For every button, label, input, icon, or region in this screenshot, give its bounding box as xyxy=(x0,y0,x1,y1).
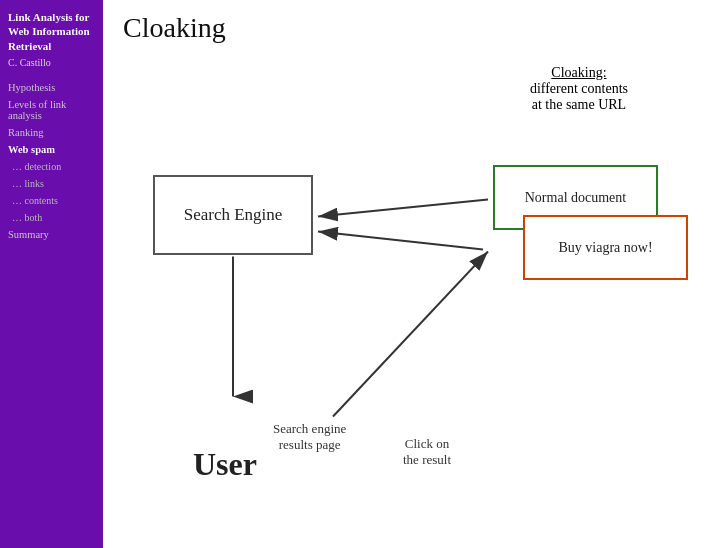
cloaking-line2: different contents xyxy=(530,81,628,96)
search-engine-label: Search Engine xyxy=(184,205,283,225)
normal-doc-label: Normal document xyxy=(525,190,626,206)
arrow-normdoc-to-se xyxy=(318,200,488,217)
cloaking-heading: Cloaking: xyxy=(551,65,606,80)
sidebar-item-levels[interactable]: Levels of link analysis xyxy=(8,99,95,121)
cloaking-line3: at the same URL xyxy=(532,97,626,112)
search-engine-box: Search Engine xyxy=(153,175,313,255)
sidebar-item-hypothesis[interactable]: Hypothesis xyxy=(8,82,95,93)
arrow-user-to-result xyxy=(333,252,488,417)
results-label: Search engine results page xyxy=(273,421,346,453)
sidebar-item-summary[interactable]: Summary xyxy=(8,229,95,240)
sidebar-item-contents[interactable]: … contents xyxy=(8,195,95,206)
page-title: Cloaking xyxy=(103,0,728,52)
sidebar-item-webspam[interactable]: Web spam xyxy=(8,144,95,155)
arrow-viagra-to-se xyxy=(318,232,483,250)
sidebar-item-both[interactable]: … both xyxy=(8,212,95,223)
buy-viagra-label: Buy viagra now! xyxy=(558,240,652,256)
results-line2: results page xyxy=(279,437,341,452)
sidebar-item-links[interactable]: … links xyxy=(8,178,95,189)
sidebar: Link Analysis for Web Information Retrie… xyxy=(0,0,103,548)
click-line2: the result xyxy=(403,452,451,467)
sidebar-item-detection[interactable]: … detection xyxy=(8,161,95,172)
click-line1: Click on xyxy=(405,436,449,451)
sidebar-title: Link Analysis for Web Information Retrie… xyxy=(8,10,95,53)
cloaking-description: Cloaking: different contents at the same… xyxy=(530,65,628,113)
click-label: Click on the result xyxy=(403,436,451,468)
sidebar-author: C. Castillo xyxy=(8,57,95,68)
results-line1: Search engine xyxy=(273,421,346,436)
sidebar-item-ranking[interactable]: Ranking xyxy=(8,127,95,138)
user-label: User xyxy=(193,446,257,483)
buy-viagra-box: Buy viagra now! xyxy=(523,215,688,280)
main-content: Cloaking Cloaking: different contents at… xyxy=(103,0,728,548)
diagram-area: Cloaking: different contents at the same… xyxy=(103,55,728,548)
